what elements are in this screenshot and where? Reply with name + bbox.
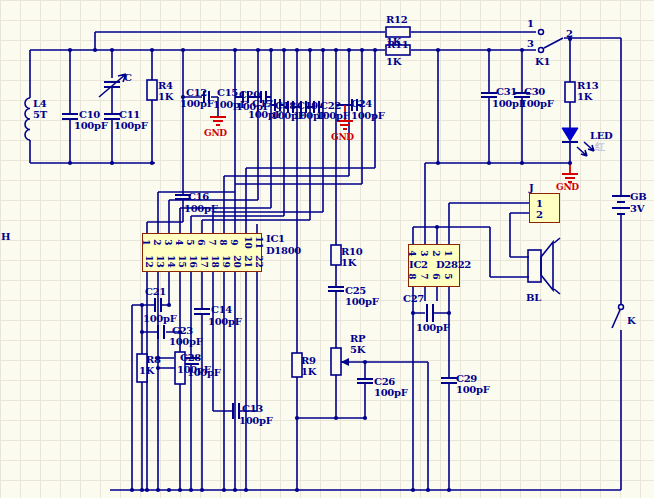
ic1-body[interactable] (142, 233, 262, 272)
switch-k-blade[interactable] (612, 310, 620, 328)
k-contact (619, 305, 624, 310)
speaker-bl[interactable] (528, 238, 560, 294)
schematic-wires-layer (0, 0, 654, 498)
rp-wiper-arrow (341, 358, 349, 366)
connector-j-body[interactable] (529, 193, 560, 223)
resistor-r13 (565, 82, 575, 102)
k1-contact-3 (539, 48, 544, 53)
ic2-body[interactable] (408, 244, 460, 287)
resistor-r10 (331, 245, 341, 265)
switch-contacts[interactable] (539, 30, 624, 310)
resistor-r4 (147, 80, 157, 100)
led-icon[interactable] (562, 128, 578, 141)
k1-contact-1 (539, 30, 544, 35)
inductor-l4[interactable] (25, 98, 30, 140)
resistor-r11 (386, 45, 410, 55)
capacitor-c28-body (175, 352, 185, 384)
resistor-r9 (292, 353, 302, 377)
wire-net (30, 32, 621, 490)
schematic-sheet[interactable]: HL45TC10100pFC11100pFCR41KC12100pFC15100… (0, 0, 654, 498)
potentiometer-rp (331, 348, 341, 375)
resistor-r12 (386, 27, 410, 37)
resistor-r8 (137, 354, 147, 382)
